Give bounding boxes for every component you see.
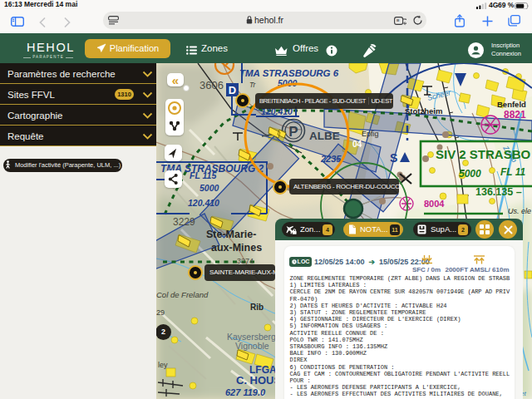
svg-text:8004: 8004 — [424, 199, 445, 209]
svg-text:ALBE: ALBE — [309, 130, 340, 142]
svg-text:Vignoble: Vignoble — [235, 341, 269, 351]
svg-text:5000: 5000 — [459, 168, 481, 180]
svg-text:3229: 3229 — [173, 216, 195, 228]
svg-text:Rib: Rib — [250, 303, 264, 312]
svg-text:Col de Freland: Col de Freland — [156, 290, 209, 299]
svg-text:FL 11: FL 11 — [500, 166, 526, 178]
svg-text:D: D — [229, 84, 236, 96]
svg-text:FL 115: FL 115 — [190, 170, 216, 180]
svg-text:5000: 5000 — [200, 183, 219, 193]
svg-text:aux-Mines: aux-Mines — [211, 242, 262, 254]
svg-text:Benfeld: Benfeld — [497, 100, 526, 109]
svg-text:3606: 3606 — [200, 79, 224, 91]
svg-text:627 119.0: 627 119.0 — [225, 387, 266, 397]
svg-text:«: « — [172, 73, 179, 86]
svg-text:Tr: Tr — [249, 81, 257, 89]
svg-text:≡: ≡ — [397, 17, 400, 23]
svg-text:2235: 2235 — [320, 154, 342, 164]
svg-text:Epfig: Epfig — [362, 130, 379, 138]
svg-text:P: P — [288, 124, 298, 140]
svg-text:S: S — [390, 151, 397, 165]
svg-text:04: 04 — [352, 140, 362, 149]
svg-text:Us. ele: Us. ele — [508, 207, 531, 215]
svg-text:TMA STRASBOURG 6: TMA STRASBOURG 6 — [239, 68, 339, 78]
svg-text:8821: 8821 — [504, 109, 526, 121]
svg-text:136.135 –: 136.135 – — [475, 186, 522, 198]
svg-text:Ste-Marie-: Ste-Marie- — [206, 229, 256, 240]
svg-text:SIV 2 STRASBO: SIV 2 STRASBO — [436, 147, 531, 161]
svg-text:ley: ley — [158, 361, 168, 369]
svg-text:29: 29 — [156, 308, 165, 317]
svg-text:120.410: 120.410 — [188, 198, 219, 208]
svg-text:Stotzheim: Stotzheim — [405, 106, 442, 116]
